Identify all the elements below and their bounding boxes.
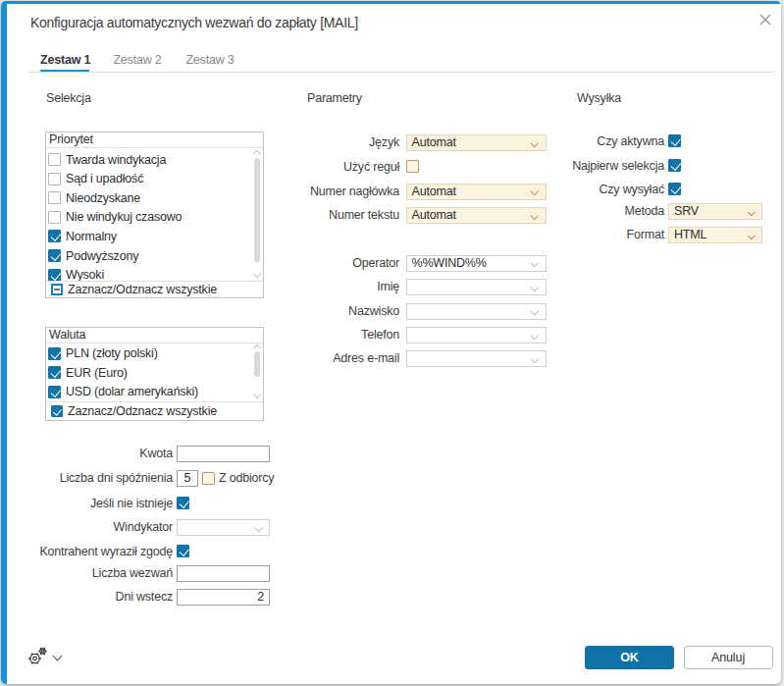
gear-icon	[26, 645, 50, 668]
format-combo[interactable]: HTML	[668, 227, 762, 243]
chevron-down-icon	[253, 391, 261, 398]
tab-zestaw-1[interactable]: Zestaw 1	[40, 50, 89, 70]
scrollbar[interactable]	[253, 148, 262, 281]
chevron-down-icon	[53, 652, 63, 661]
chevron-down-icon	[254, 523, 262, 531]
checkbox[interactable]	[48, 230, 61, 242]
list-item[interactable]: Twarda windykacja	[48, 150, 253, 169]
dni-wstecz-input[interactable]: 2	[177, 589, 270, 606]
list-item[interactable]: Podwyższony	[48, 246, 253, 265]
numer-naglowka-combo[interactable]: Automat	[406, 184, 547, 200]
jesli-nie-istnieje-checkbox[interactable]	[177, 497, 189, 509]
list-item[interactable]: EUR (Euro)	[48, 363, 253, 382]
liczba-wezwan-input[interactable]	[177, 565, 270, 582]
chevron-down-icon	[531, 284, 539, 291]
chevron-down-icon	[253, 270, 261, 278]
checkbox[interactable]	[48, 366, 61, 379]
adres-email-combo[interactable]	[406, 350, 547, 367]
tabbar-divider	[28, 72, 774, 73]
scrollbar[interactable]	[253, 343, 262, 401]
czy-aktywna-checkbox[interactable]	[668, 134, 681, 147]
z-odbiorcy-label: Z odbiorcy	[219, 470, 297, 487]
chevron-down-icon	[747, 208, 755, 216]
section-selekcja: Selekcja	[46, 91, 91, 105]
checkbox[interactable]	[48, 249, 61, 262]
list-item[interactable]: Nie windykuj czasowo	[48, 208, 253, 227]
checkbox[interactable]	[48, 191, 61, 204]
czy-aktywna-label: Czy aktywna	[541, 133, 664, 150]
imie-label: Imię	[276, 279, 399, 295]
chevron-down-icon	[531, 138, 539, 146]
dialog: Konfiguracja automatycznych wezwań do za…	[1, 1, 781, 684]
list-item[interactable]: Nieodzyskane	[48, 188, 253, 207]
checkbox[interactable]	[48, 153, 61, 166]
chevron-down-icon	[531, 187, 539, 195]
tab-zestaw-2[interactable]: Zestaw 2	[113, 50, 162, 70]
kontrahent-wyrazil-zgode-checkbox[interactable]	[177, 545, 189, 557]
imie-combo[interactable]	[406, 279, 547, 295]
checkbox[interactable]	[48, 347, 61, 360]
checkbox[interactable]	[48, 386, 61, 398]
priorytet-listbox: Priorytet Twarda windykacja Sąd i upadło…	[45, 132, 264, 298]
select-all-row[interactable]: Zaznacz/Odznacz wszystkie	[46, 281, 263, 297]
cancel-button[interactable]: Anuluj	[684, 646, 773, 669]
close-button[interactable]	[755, 9, 776, 30]
kwota-label: Kwota	[28, 446, 173, 462]
close-icon	[759, 14, 771, 26]
czy-wysylac-checkbox[interactable]	[668, 183, 681, 195]
kontrahent-wyrazil-zgode-label: Kontrahent wyraził zgodę	[28, 544, 173, 560]
liczba-wezwan-label: Liczba wezwań	[28, 565, 173, 582]
chevron-down-icon	[531, 307, 539, 315]
metoda-value: SRV	[674, 204, 699, 218]
operator-label: Operator	[276, 255, 399, 272]
operator-value: %%WIND%%	[412, 256, 487, 270]
checkbox[interactable]	[51, 405, 63, 417]
waluta-listbox: Waluta PLN (złoty polski) EUR (Euro) USD…	[45, 327, 264, 421]
metoda-combo[interactable]: SRV	[668, 203, 762, 220]
jezyk-combo[interactable]: Automat	[406, 134, 547, 151]
chevron-down-icon	[531, 355, 539, 363]
dialog-title: Konfiguracja automatycznych wezwań do za…	[30, 13, 358, 32]
uzyc-regul-checkbox[interactable]	[406, 160, 419, 173]
operator-combo[interactable]: %%WIND%%	[406, 255, 547, 272]
tab-zestaw-3[interactable]: Zestaw 3	[185, 50, 235, 70]
accent-left-bar	[1, 1, 7, 684]
najpierw-selekcja-checkbox[interactable]	[668, 159, 681, 172]
uzyc-regul-label: Użyć reguł	[276, 159, 399, 176]
chevron-up-icon	[253, 150, 261, 158]
jezyk-value: Automat	[412, 135, 456, 149]
list-item[interactable]: PLN (złoty polski)	[48, 344, 253, 363]
checkbox[interactable]	[51, 284, 63, 295]
select-all-row[interactable]: Zaznacz/Odznacz wszystkie	[46, 401, 263, 420]
section-wysylka: Wysyłka	[577, 91, 621, 105]
ok-button[interactable]: OK	[585, 646, 674, 669]
chevron-down-icon	[531, 331, 539, 339]
scrollbar-thumb[interactable]	[254, 158, 260, 262]
list-item[interactable]: USD (dolar amerykański)	[48, 383, 253, 401]
list-item[interactable]: Sąd i upadłość	[48, 170, 253, 188]
scrollbar-thumb[interactable]	[254, 351, 260, 377]
jezyk-label: Język	[276, 134, 399, 151]
windykator-combo[interactable]	[177, 519, 270, 536]
nazwisko-combo[interactable]	[406, 303, 547, 320]
checkbox[interactable]	[48, 211, 61, 224]
liczba-dni-spoznienia-input[interactable]: 5	[177, 470, 198, 487]
kwota-input[interactable]	[177, 446, 270, 462]
format-label: Format	[541, 227, 664, 243]
numer-tekstu-label: Numer tekstu	[276, 207, 399, 224]
jesli-nie-istnieje-label: Jeśli nie istnieje	[28, 496, 173, 512]
checkbox[interactable]	[48, 173, 61, 185]
list-item[interactable]: Normalny	[48, 227, 253, 245]
numer-tekstu-value: Automat	[412, 208, 456, 222]
settings-menu-button[interactable]	[26, 645, 70, 670]
telefon-combo[interactable]	[406, 327, 547, 343]
liczba-dni-spoznienia-label: Liczba dni spóźnienia	[28, 470, 173, 487]
screen: Konfiguracja automatycznych wezwań do za…	[0, 0, 784, 686]
numer-tekstu-combo[interactable]: Automat	[406, 207, 547, 224]
z-odbiorcy-checkbox[interactable]	[202, 472, 215, 485]
accent-top-bar	[1, 1, 781, 4]
checkbox[interactable]	[48, 269, 61, 282]
chevron-down-icon	[531, 259, 539, 267]
chevron-down-icon	[531, 211, 539, 219]
metoda-label: Metoda	[541, 203, 664, 220]
